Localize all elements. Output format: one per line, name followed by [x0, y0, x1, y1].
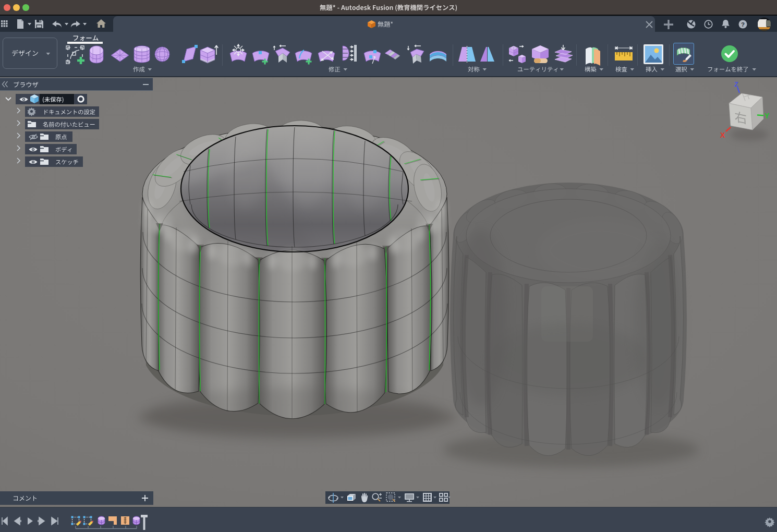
svg-text:X: X: [720, 131, 725, 139]
svg-text:Y: Y: [764, 112, 770, 120]
svg-text:Z: Z: [734, 80, 738, 88]
